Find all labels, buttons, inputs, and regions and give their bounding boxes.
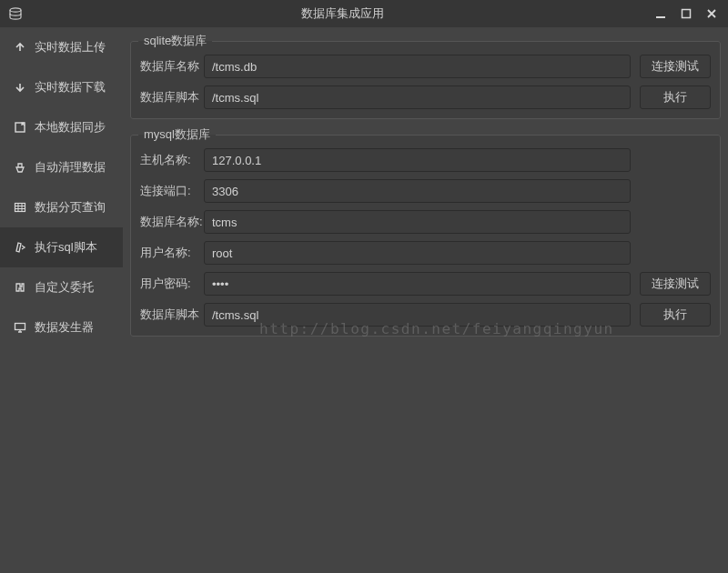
mysql-port-input[interactable]: [204, 179, 631, 203]
mysql-host-label: 主机名称:: [140, 152, 204, 168]
sidebar-item-query[interactable]: 数据分页查询: [0, 187, 123, 227]
upload-icon: [13, 40, 27, 55]
mysql-dbname-row: 数据库名称:: [131, 206, 720, 237]
sqlite-legend: sqlite数据库: [138, 33, 212, 49]
maximize-button[interactable]: [681, 8, 692, 19]
mysql-host-row: 主机名称:: [131, 145, 720, 176]
mysql-user-row: 用户名称:: [131, 237, 720, 268]
sidebar-item-label: 实时数据上传: [35, 39, 106, 55]
svg-rect-4: [15, 204, 25, 212]
sidebar-item-upload[interactable]: 实时数据上传: [0, 27, 123, 67]
sqlite-dbname-row: 数据库名称 连接测试: [131, 51, 720, 82]
mysql-exec-button[interactable]: 执行: [640, 303, 711, 327]
mysql-dbname-input[interactable]: [204, 210, 631, 234]
sidebar-item-generator[interactable]: 数据发生器: [0, 307, 123, 347]
app-icon: [7, 5, 24, 22]
sidebar-item-label: 数据分页查询: [35, 199, 106, 216]
sidebar-item-sync[interactable]: 本地数据同步: [0, 107, 123, 147]
delegate-icon: [13, 280, 27, 295]
clean-icon: [13, 160, 27, 175]
sidebar-item-label: 本地数据同步: [35, 119, 106, 136]
body: 实时数据上传 实时数据下载 本地数据同步 自动清理数据 数据分页查询 执行sql…: [0, 27, 728, 573]
sync-icon: [13, 120, 27, 135]
mysql-script-input[interactable]: [204, 303, 631, 327]
minimize-button[interactable]: [655, 8, 666, 19]
sqlite-test-button[interactable]: 连接测试: [640, 55, 711, 78]
mysql-port-row: 连接端口:: [131, 176, 720, 206]
window: 数据库集成应用 实时数据上传 实时数据下载 本地数据同步 自动清理数据: [0, 0, 728, 573]
close-button[interactable]: [706, 8, 717, 19]
sidebar-item-label: 实时数据下载: [35, 79, 106, 96]
script-icon: [13, 240, 27, 255]
mysql-port-label: 连接端口:: [140, 183, 204, 199]
sidebar-item-clean[interactable]: 自动清理数据: [0, 147, 123, 187]
sidebar-item-label: 自动清理数据: [35, 159, 106, 176]
sidebar-item-label: 自定义委托: [35, 279, 94, 296]
mysql-dbname-label: 数据库名称:: [140, 214, 204, 230]
svg-point-0: [10, 8, 21, 12]
sqlite-script-row: 数据库脚本 执行: [131, 82, 720, 113]
mysql-host-input[interactable]: [204, 148, 631, 172]
mysql-group: mysql数据库 主机名称: 连接端口: 数据库名称: 用户名: [130, 126, 721, 337]
sqlite-dbname-input[interactable]: [204, 55, 631, 78]
sqlite-exec-button[interactable]: 执行: [640, 85, 711, 109]
sidebar-item-download[interactable]: 实时数据下载: [0, 67, 123, 107]
mysql-legend: mysql数据库: [138, 126, 216, 143]
mysql-test-button[interactable]: 连接测试: [640, 272, 711, 296]
svg-rect-1: [656, 16, 665, 18]
sqlite-group: sqlite数据库 数据库名称 连接测试 数据库脚本 执行: [130, 33, 721, 119]
sqlite-script-label: 数据库脚本: [140, 89, 204, 106]
window-controls: [655, 8, 721, 19]
svg-rect-5: [15, 324, 25, 330]
svg-rect-2: [682, 10, 691, 18]
mysql-pass-row: 用户密码: 连接测试: [131, 268, 720, 299]
content: sqlite数据库 数据库名称 连接测试 数据库脚本 执行 mysql数据库 主…: [123, 27, 728, 573]
monitor-icon: [13, 320, 27, 335]
sqlite-script-input[interactable]: [204, 85, 631, 109]
sidebar: 实时数据上传 实时数据下载 本地数据同步 自动清理数据 数据分页查询 执行sql…: [0, 27, 123, 573]
mysql-script-row: 数据库脚本 执行: [131, 299, 720, 330]
table-icon: [13, 200, 27, 215]
sidebar-item-sql[interactable]: 执行sql脚本: [0, 227, 123, 267]
mysql-pass-input[interactable]: [204, 272, 631, 296]
mysql-pass-label: 用户密码:: [140, 276, 204, 292]
mysql-user-input[interactable]: [204, 241, 631, 265]
download-icon: [13, 80, 27, 95]
mysql-script-label: 数据库脚本: [140, 307, 204, 323]
window-title: 数据库集成应用: [29, 5, 655, 22]
titlebar: 数据库集成应用: [0, 0, 728, 27]
sqlite-dbname-label: 数据库名称: [140, 58, 204, 75]
sidebar-item-label: 数据发生器: [35, 319, 94, 336]
mysql-user-label: 用户名称:: [140, 245, 204, 261]
sidebar-item-label: 执行sql脚本: [35, 239, 97, 256]
sidebar-item-delegate[interactable]: 自定义委托: [0, 267, 123, 307]
